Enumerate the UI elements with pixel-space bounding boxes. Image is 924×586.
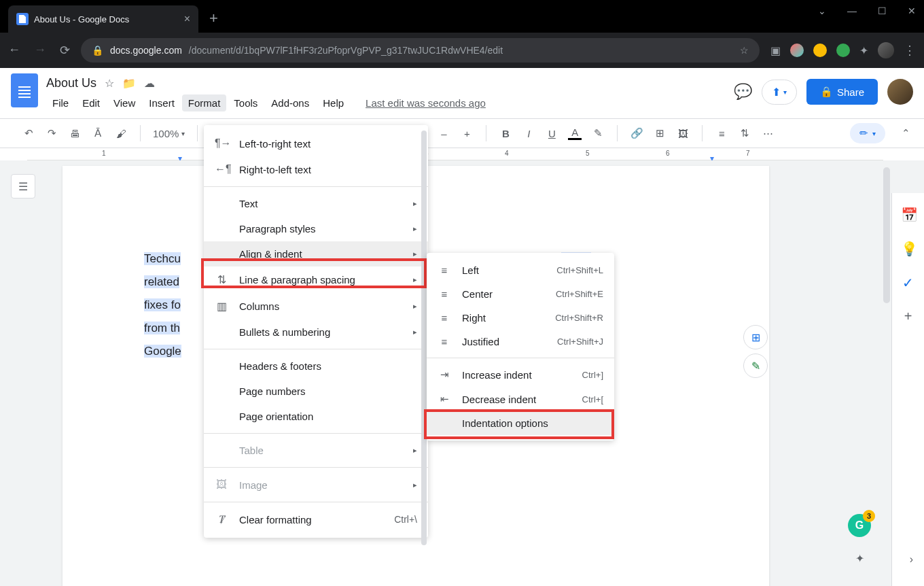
submenu-increase-indent[interactable]: ⇥ Increase indent Ctrl+]	[427, 362, 614, 387]
redo-icon[interactable]: ↷	[45, 127, 58, 139]
ext-puzzle-icon[interactable]: ✦	[859, 44, 868, 57]
editing-mode-button[interactable]: ✏▾	[850, 123, 885, 143]
font-size-increase[interactable]: +	[460, 128, 474, 139]
menu-page-orientation[interactable]: Page orientation	[204, 404, 428, 429]
menu-align-indent[interactable]: Align & indent ▸	[204, 241, 428, 266]
document-title[interactable]: About Us	[46, 76, 96, 90]
outline-toggle-button[interactable]: ☰	[11, 174, 35, 199]
browser-menu-icon[interactable]: ⋮	[904, 43, 916, 58]
star-icon[interactable]: ☆	[105, 77, 114, 90]
window-maximize-icon[interactable]: ☐	[875, 5, 889, 16]
menu-addons[interactable]: Add-ons	[265, 94, 315, 111]
text-color-icon[interactable]: A	[568, 126, 582, 140]
menu-text[interactable]: Text ▸	[204, 191, 428, 216]
horizontal-ruler[interactable]: 1 ▾ 3 4 5 6 ▾ 7	[27, 148, 883, 160]
present-button[interactable]: ⬆▾	[762, 80, 797, 105]
menu-bar: File Edit View Insert Format Tools Add-o…	[46, 90, 492, 111]
calendar-icon[interactable]: 📅	[901, 207, 916, 222]
paint-format-icon[interactable]: 🖌	[114, 128, 128, 139]
underline-icon[interactable]: U	[545, 128, 558, 139]
nav-reload-icon[interactable]: ⟳	[60, 43, 70, 58]
menu-columns[interactable]: ▥ Columns ▸	[204, 293, 428, 320]
menu-ltr[interactable]: ¶→ Left-to-right text	[204, 131, 428, 156]
explore-button[interactable]: ✦	[848, 547, 871, 570]
spellcheck-icon[interactable]: Ᾱ	[91, 127, 105, 139]
ext-icon-2[interactable]	[813, 44, 827, 57]
menu-headers-footers[interactable]: Headers & footers	[204, 354, 428, 379]
bold-icon[interactable]: B	[499, 128, 512, 139]
window-dropdown-icon[interactable]: ⌄	[815, 5, 829, 16]
window-controls: ⌄ — ☐ ✕	[815, 5, 919, 16]
clear-format-icon: 𝑇̸	[215, 513, 228, 525]
submenu-right[interactable]: ≡ Right Ctrl+Shift+R	[427, 306, 614, 330]
keep-icon[interactable]: 💡	[901, 241, 916, 256]
insert-link-icon[interactable]: 🔗	[630, 127, 643, 139]
align-left-icon: ≡	[438, 264, 451, 276]
tab-close-icon[interactable]: ×	[184, 13, 190, 25]
zoom-select[interactable]: 100% ▾	[153, 128, 185, 139]
insert-comment-icon[interactable]: ⊞	[653, 127, 667, 139]
more-icon[interactable]: ⋯	[761, 127, 775, 139]
tab-title: About Us - Google Docs	[34, 14, 129, 24]
account-avatar[interactable]	[887, 79, 913, 105]
align-indent-submenu: ≡ Left Ctrl+Shift+L ≡ Center Ctrl+Shift+…	[427, 253, 614, 441]
browser-profile-avatar[interactable]	[878, 42, 894, 58]
menu-edit[interactable]: Edit	[76, 94, 106, 111]
undo-icon[interactable]: ↶	[22, 127, 35, 139]
ext-icon-3[interactable]	[836, 44, 850, 57]
menu-help[interactable]: Help	[317, 94, 350, 111]
expand-side-panel-icon[interactable]: ›	[910, 553, 913, 566]
menu-paragraph-styles[interactable]: Paragraph styles ▸	[204, 216, 428, 241]
suggest-edit-button[interactable]: ✎	[743, 354, 768, 378]
tasks-icon[interactable]: ✓	[901, 275, 916, 290]
menu-format[interactable]: Format	[182, 94, 227, 111]
line-spacing-icon[interactable]: ⇅	[738, 127, 751, 139]
ext-icon-1[interactable]	[790, 44, 804, 57]
submenu-justified[interactable]: ≡ Justified Ctrl+Shift+J	[427, 330, 614, 354]
print-icon[interactable]: 🖶	[68, 128, 82, 139]
submenu-decrease-indent[interactable]: ⇤ Decrease indent Ctrl+[	[427, 387, 614, 411]
vertical-scrollbar[interactable]	[883, 167, 890, 303]
indent-increase-icon: ⇥	[438, 368, 451, 381]
menu-view[interactable]: View	[107, 94, 141, 111]
submenu-indentation-options[interactable]: Indentation options	[427, 411, 614, 435]
docs-home-icon[interactable]	[11, 73, 38, 107]
docs-favicon-icon	[16, 13, 29, 25]
menu-line-spacing[interactable]: ⇅ Line & paragraph spacing ▸	[204, 266, 428, 293]
window-close-icon[interactable]: ✕	[905, 5, 919, 16]
insert-image-icon[interactable]: 🖼	[676, 128, 690, 139]
bookmark-star-icon[interactable]: ☆	[740, 45, 749, 56]
menu-scrollbar[interactable]	[421, 131, 427, 545]
menu-tools[interactable]: Tools	[228, 94, 264, 111]
submenu-arrow-icon: ▸	[413, 224, 417, 233]
nav-back-icon[interactable]: ←	[8, 43, 20, 58]
submenu-center[interactable]: ≡ Center Ctrl+Shift+E	[427, 282, 614, 306]
menu-file[interactable]: File	[46, 94, 75, 111]
add-addon-icon[interactable]: +	[901, 309, 916, 324]
window-minimize-icon[interactable]: —	[845, 5, 859, 16]
share-button[interactable]: 🔒 Share	[806, 79, 878, 105]
submenu-arrow-icon: ▸	[413, 275, 417, 284]
menu-rtl[interactable]: ←¶ Right-to-left text	[204, 156, 428, 182]
menu-insert[interactable]: Insert	[143, 94, 181, 111]
add-comment-button[interactable]: ⊞	[743, 325, 768, 349]
browser-tab[interactable]: About Us - Google Docs ×	[8, 5, 198, 33]
move-folder-icon[interactable]: 📁	[122, 77, 136, 90]
menu-clear-formatting[interactable]: 𝑇̸ Clear formatting Ctrl+\	[204, 506, 428, 532]
nav-forward-icon: →	[34, 43, 46, 58]
highlight-icon[interactable]: ✎	[591, 127, 605, 139]
menu-page-numbers[interactable]: Page numbers	[204, 379, 428, 404]
italic-icon[interactable]: I	[522, 128, 535, 139]
url-input[interactable]: 🔒 docs.google.com/document/d/1bqPW7lF1fH…	[81, 38, 760, 63]
font-size-decrease[interactable]: –	[437, 128, 450, 139]
menu-bullets-numbering[interactable]: Bullets & numbering ▸	[204, 320, 428, 345]
pencil-icon: ✏	[859, 127, 868, 139]
comment-history-icon[interactable]: 💬	[734, 83, 752, 101]
ext-reader-icon[interactable]: ▣	[770, 44, 781, 57]
last-edit-link[interactable]: Last edit was seconds ago	[359, 94, 492, 111]
align-icon[interactable]: ≡	[715, 128, 728, 139]
submenu-left[interactable]: ≡ Left Ctrl+Shift+L	[427, 258, 614, 282]
collapse-toolbar-icon[interactable]: ⌃	[902, 127, 910, 139]
grammarly-button[interactable]: G 3	[848, 514, 871, 537]
new-tab-button[interactable]: +	[198, 4, 229, 33]
